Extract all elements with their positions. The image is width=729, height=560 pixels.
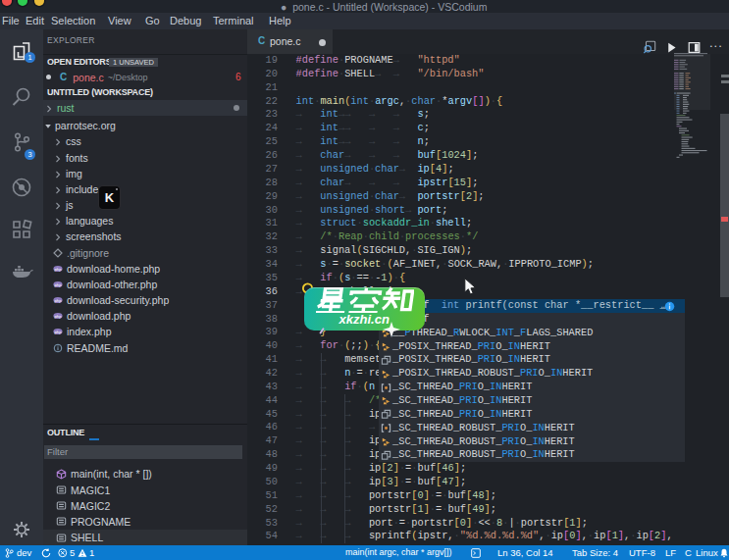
svg-text:php: php <box>55 330 63 334</box>
svg-text:php: php <box>55 282 63 287</box>
svg-text:php: php <box>55 266 63 271</box>
svg-text:php: php <box>55 298 63 303</box>
svg-text:php: php <box>55 314 63 319</box>
